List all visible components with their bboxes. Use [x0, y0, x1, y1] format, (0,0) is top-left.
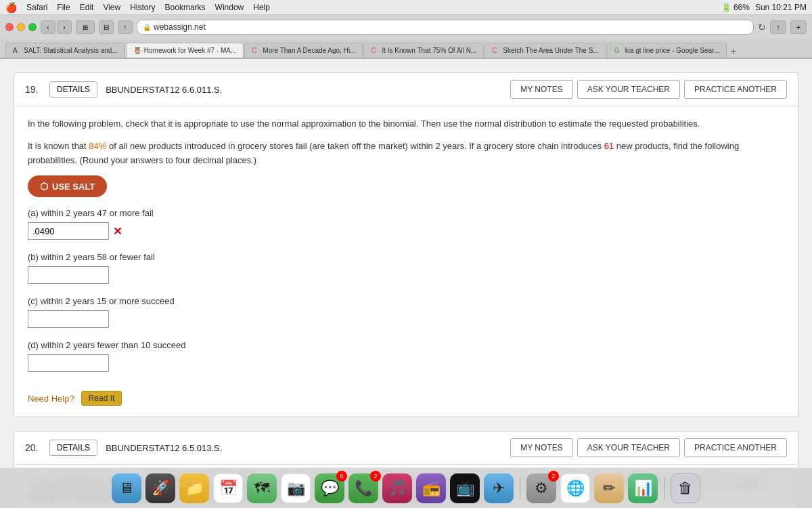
dock-photos[interactable]: 📷	[281, 473, 311, 503]
question-19-body: In the following problem, check that it …	[14, 106, 798, 417]
answer-row-b	[28, 266, 784, 284]
highlight-84pct: 84%	[89, 141, 106, 151]
sidebar-button[interactable]: ⊟	[99, 20, 114, 34]
dock-pencil[interactable]: ✏	[594, 473, 624, 503]
my-notes-button-19[interactable]: MY NOTES	[510, 80, 572, 99]
menu-view[interactable]: View	[103, 3, 120, 12]
sub-question-d: (d) within 2 years fewer than 10 succeed	[28, 340, 784, 372]
sub-question-c-label: (c) within 2 years 15 or more succeed	[28, 296, 784, 306]
dock-messages-badge: 6	[336, 471, 347, 482]
back-button[interactable]: ‹	[41, 20, 55, 34]
tab-label-homework: Homework for Week #7 - MA...	[144, 47, 237, 54]
dock-messages[interactable]: 💬 6	[315, 473, 344, 503]
ask-teacher-button-20[interactable]: ASK YOUR TEACHER	[577, 438, 680, 457]
tab-known[interactable]: C It Is Known That 75% Of All N...	[363, 43, 484, 58]
need-help-row-19: Need Help? Read It	[28, 384, 784, 406]
menu-file[interactable]: File	[57, 3, 70, 12]
question-20-details-button[interactable]: DETAILS	[49, 440, 97, 456]
tabs-row: A SALT: Statistical Analysis and... 🦉 Ho…	[0, 39, 812, 58]
my-notes-button-20[interactable]: MY NOTES	[510, 438, 572, 457]
tab-homework[interactable]: 🦉 Homework for Week #7 - MA...	[126, 43, 244, 58]
dock-trash[interactable]: 🗑	[671, 473, 700, 503]
menu-history[interactable]: History	[130, 3, 155, 12]
dock-appletv[interactable]: 📺	[450, 473, 480, 503]
url-bar[interactable]: 🔒 webassign.net	[137, 20, 754, 35]
question-19-actions: MY NOTES ASK YOUR TEACHER PRACTICE ANOTH…	[510, 80, 787, 99]
dock-bar: 🖥 🚀 📁 📅 🗺 📷 💬 6 📞 2 🎵 📻 📺 ✈ ⚙ 2 🌐 ✏ 📊 🗑	[0, 467, 812, 508]
sub-question-b: (b) within 2 years 58 or fewer fail	[28, 252, 784, 284]
question-19-details-button[interactable]: DETAILS	[49, 81, 97, 98]
traffic-lights	[5, 23, 37, 31]
sub-question-a-label: (a) within 2 years 47 or more fail	[28, 208, 784, 218]
answer-input-a[interactable]	[28, 222, 109, 240]
highlight-61: 61	[604, 141, 614, 151]
answer-row-a: ✕	[28, 222, 784, 240]
fullscreen-button[interactable]	[28, 23, 37, 31]
tab-label-salt: SALT: Statistical Analysis and...	[24, 47, 118, 54]
dock-sysprefs[interactable]: ⚙ 2	[526, 473, 556, 503]
battery-icon: 🔋 66%	[721, 3, 750, 12]
tab-favicon-homework: 🦉	[133, 47, 141, 55]
tab-salt[interactable]: A SALT: Statistical Analysis and...	[5, 43, 125, 58]
dock-facetime-badge: 2	[370, 471, 381, 482]
share-button[interactable]: ↑	[118, 20, 133, 34]
ask-teacher-button-19[interactable]: ASK YOUR TEACHER	[577, 80, 680, 99]
sub-question-d-label: (d) within 2 years fewer than 10 succeed	[28, 340, 784, 350]
menu-bookmarks[interactable]: Bookmarks	[165, 3, 206, 12]
answer-input-d[interactable]	[28, 354, 109, 372]
forward-button[interactable]: ›	[57, 20, 72, 34]
question-19-problem-id: BBUNDERSTAT12 6.6.011.S.	[106, 85, 502, 95]
wrong-icon-a: ✕	[113, 225, 122, 238]
dock-chrome[interactable]: 🌐	[560, 473, 590, 503]
read-it-button-19[interactable]: Read It	[81, 391, 122, 406]
practice-another-button-19[interactable]: PRACTICE ANOTHER	[684, 80, 787, 99]
dock-calendar[interactable]: 📅	[213, 473, 243, 503]
tab-favicon-kia: G	[614, 47, 623, 55]
sub-question-a: (a) within 2 years 47 or more fail ✕	[28, 208, 784, 240]
dock-finder[interactable]: 🖥	[112, 473, 141, 503]
answer-input-c[interactable]	[28, 310, 109, 328]
dock-music[interactable]: 🎵	[382, 473, 412, 503]
tab-label-sketch: Sketch The Area Under The S...	[503, 47, 598, 54]
tab-view-button[interactable]: ⊞	[76, 20, 95, 34]
close-button[interactable]	[5, 23, 14, 31]
lock-icon: 🔒	[143, 24, 151, 31]
dock-maps[interactable]: 🗺	[247, 473, 277, 503]
reload-button[interactable]: ↻	[758, 22, 766, 33]
tab-label-known: It Is Known That 75% Of All N...	[382, 47, 476, 54]
use-salt-button[interactable]: ⬡ USE SALT	[28, 175, 107, 197]
sub-question-b-label: (b) within 2 years 58 or fewer fail	[28, 252, 784, 262]
problem-text-19-2: It is known that 84% of all new products…	[28, 140, 784, 168]
tab-kia[interactable]: G kia gt line price - Google Sear...	[607, 43, 727, 58]
tab-decade[interactable]: C More Than A Decade Ago, Hi...	[244, 43, 363, 58]
share-action-button[interactable]: ↑	[770, 20, 786, 34]
dock-flight[interactable]: ✈	[484, 473, 514, 503]
dock-launchpad[interactable]: 🚀	[145, 473, 175, 503]
dock-facetime[interactable]: 📞 2	[348, 473, 378, 503]
new-tab-button[interactable]: +	[790, 20, 807, 34]
add-tab-button[interactable]: +	[727, 45, 739, 58]
menu-window[interactable]: Window	[215, 3, 244, 12]
toolbar-row: ‹ › ⊞ ⊟ ↑ 🔒 webassign.net ↻ ↑ +	[0, 15, 812, 39]
dock-podcasts[interactable]: 📻	[416, 473, 446, 503]
question-19-header: 19. DETAILS BBUNDERSTAT12 6.6.011.S. MY …	[14, 73, 798, 106]
apple-menu[interactable]: 🍎	[5, 2, 17, 13]
dock-notes[interactable]: 📁	[179, 473, 209, 503]
sub-question-c: (c) within 2 years 15 or more succeed	[28, 296, 784, 328]
menu-safari[interactable]: Safari	[26, 3, 47, 12]
answer-input-b[interactable]	[28, 266, 109, 284]
question-19-card: 19. DETAILS BBUNDERSTAT12 6.6.011.S. MY …	[14, 72, 798, 417]
practice-another-button-20[interactable]: PRACTICE ANOTHER	[684, 438, 787, 457]
menu-help[interactable]: Help	[253, 3, 270, 12]
tab-label-kia: kia gt line price - Google Sear...	[625, 47, 720, 54]
tab-sketch[interactable]: C Sketch The Area Under The S...	[484, 43, 606, 58]
url-text: webassign.net	[154, 22, 206, 32]
clock: Sun 10:21 PM	[755, 3, 807, 12]
tab-favicon-known: C	[371, 47, 379, 55]
dock-numbers[interactable]: 📊	[628, 473, 658, 503]
question-20-problem-id: BBUNDERSTAT12 6.5.013.S.	[106, 443, 502, 453]
question-20-number: 20.	[25, 442, 41, 453]
need-help-text-19: Need Help?	[28, 394, 74, 404]
menu-edit[interactable]: Edit	[80, 3, 94, 12]
minimize-button[interactable]	[17, 23, 25, 31]
